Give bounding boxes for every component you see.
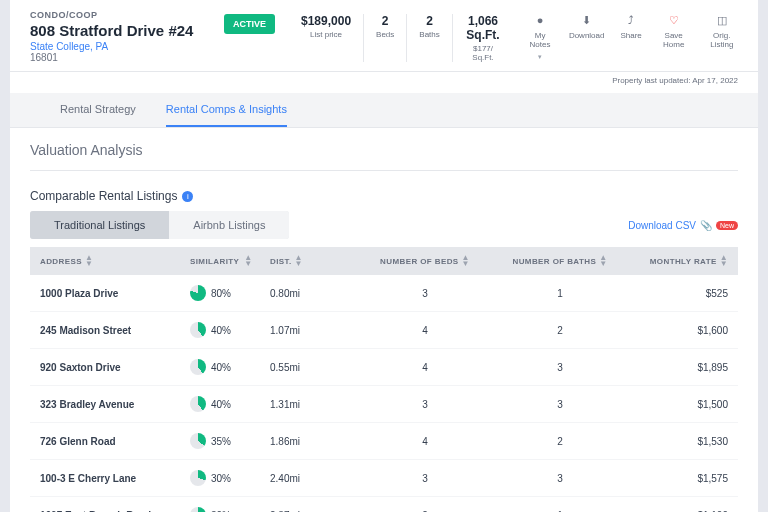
cell-address: 245 Madison Street (40, 325, 190, 336)
similarity-pie-icon (190, 507, 206, 512)
stat-sqft: 1,066 Sq.Ft. (465, 14, 501, 42)
my-notes-button[interactable]: ●My Notes▾ (527, 12, 553, 61)
cell-distance: 1.31mi (270, 399, 350, 410)
similarity-pie-icon (190, 433, 206, 449)
cell-address: 100-3 E Cherry Lane (40, 473, 190, 484)
col-address[interactable]: ADDRESS▲▼ (40, 255, 190, 267)
status-badge: ACTIVE (224, 14, 275, 34)
col-similarity[interactable]: SIMILARITY▲▼ (190, 255, 270, 267)
sort-icon: ▲▼ (720, 255, 728, 267)
cell-address: 920 Saxton Drive (40, 362, 190, 373)
save-home-button[interactable]: ♡Save Home (658, 12, 690, 61)
cell-beds: 4 (350, 362, 500, 373)
similarity-pie-icon (190, 470, 206, 486)
heart-icon: ♡ (666, 12, 682, 28)
table-row[interactable]: 245 Madison Street40%1.07mi42$1,600 (30, 312, 738, 349)
property-city[interactable]: State College, PA (30, 41, 210, 52)
cell-rate: $1,500 (628, 399, 728, 410)
sort-icon: ▲▼ (244, 255, 252, 267)
cell-distance: 1.07mi (270, 325, 350, 336)
property-stats: $189,000List price 2Beds 2Baths 1,066 Sq… (289, 14, 513, 62)
download-icon: ⬇ (579, 12, 595, 28)
col-rate[interactable]: MONTHLY RATE▲▼ (628, 255, 728, 267)
table-row[interactable]: 1000 Plaza Drive80%0.80mi31$525 (30, 275, 738, 312)
similarity-pie-icon (190, 396, 206, 412)
cell-beds: 3 (350, 473, 500, 484)
cell-address: 323 Bradley Avenue (40, 399, 190, 410)
similarity-pie-icon (190, 322, 206, 338)
subsection-title: Comparable Rental Listings (30, 189, 177, 203)
property-address: 808 Stratford Drive #24 (30, 22, 210, 39)
cell-similarity: 40% (190, 322, 270, 338)
col-distance[interactable]: DIST.▲▼ (270, 255, 350, 267)
stat-beds: 2 (376, 14, 394, 28)
comps-table: ADDRESS▲▼ SIMILARITY▲▼ DIST.▲▼ NUMBER OF… (30, 247, 738, 512)
stat-baths: 2 (419, 14, 439, 28)
cell-similarity: 30% (190, 507, 270, 512)
cell-rate: $525 (628, 288, 728, 299)
cell-baths: 2 (500, 436, 620, 447)
cell-distance: 0.55mi (270, 362, 350, 373)
table-row[interactable]: 100-3 E Cherry Lane30%2.40mi33$1,575 (30, 460, 738, 497)
cell-beds: 4 (350, 325, 500, 336)
cell-address: 726 Glenn Road (40, 436, 190, 447)
sort-icon: ▲▼ (295, 255, 303, 267)
listing-tabs: Traditional Listings Airbnb Listings (30, 211, 289, 239)
cell-distance: 1.86mi (270, 436, 350, 447)
property-zip: 16801 (30, 52, 210, 63)
cell-rate: $1,895 (628, 362, 728, 373)
cell-rate: $1,600 (628, 325, 728, 336)
table-row[interactable]: 1607 East Branch Road30%2.87mi21$1,100 (30, 497, 738, 512)
sort-icon: ▲▼ (599, 255, 607, 267)
table-row[interactable]: 920 Saxton Drive40%0.55mi43$1,895 (30, 349, 738, 386)
tab-rental-strategy[interactable]: Rental Strategy (60, 93, 136, 127)
cell-similarity: 30% (190, 470, 270, 486)
similarity-pie-icon (190, 285, 206, 301)
similarity-pie-icon (190, 359, 206, 375)
cell-similarity: 40% (190, 359, 270, 375)
orig-listing-button[interactable]: ◫Orig. Listing (706, 12, 738, 61)
cell-baths: 3 (500, 473, 620, 484)
main-tabs: Rental Strategy Rental Comps & Insights (10, 93, 758, 128)
new-badge: New (716, 221, 738, 230)
property-type: CONDO/COOP (30, 10, 210, 20)
table-row[interactable]: 323 Bradley Avenue40%1.31mi33$1,500 (30, 386, 738, 423)
cell-baths: 3 (500, 399, 620, 410)
cell-distance: 0.80mi (270, 288, 350, 299)
download-button[interactable]: ⬇Download (569, 12, 605, 61)
download-csv-button[interactable]: Download CSV 📎New (628, 220, 738, 231)
share-icon: ⤴ (623, 12, 639, 28)
note-icon: ● (532, 12, 548, 28)
sort-icon: ▲▼ (462, 255, 470, 267)
cell-distance: 2.40mi (270, 473, 350, 484)
cell-baths: 2 (500, 325, 620, 336)
col-beds[interactable]: NUMBER OF BEDS▲▼ (350, 255, 500, 267)
cell-baths: 1 (500, 288, 620, 299)
tab-airbnb[interactable]: Airbnb Listings (169, 211, 289, 239)
external-icon: ◫ (714, 12, 730, 28)
cell-beds: 4 (350, 436, 500, 447)
cell-similarity: 40% (190, 396, 270, 412)
info-icon[interactable]: i (182, 191, 193, 202)
cell-address: 1000 Plaza Drive (40, 288, 190, 299)
stat-price: $189,000 (301, 14, 351, 28)
cell-beds: 3 (350, 288, 500, 299)
section-title: Valuation Analysis (30, 142, 738, 171)
cell-beds: 3 (350, 399, 500, 410)
cell-rate: $1,575 (628, 473, 728, 484)
sort-icon: ▲▼ (85, 255, 93, 267)
col-baths[interactable]: NUMBER OF BATHS▲▼ (500, 255, 620, 267)
table-row[interactable]: 726 Glenn Road35%1.86mi42$1,530 (30, 423, 738, 460)
tab-rental-comps[interactable]: Rental Comps & Insights (166, 93, 287, 127)
cell-rate: $1,530 (628, 436, 728, 447)
property-header: CONDO/COOP 808 Stratford Drive #24 State… (10, 0, 758, 72)
cell-similarity: 35% (190, 433, 270, 449)
tab-traditional[interactable]: Traditional Listings (30, 211, 169, 239)
share-button[interactable]: ⤴Share (620, 12, 641, 61)
cell-baths: 3 (500, 362, 620, 373)
last-updated: Property last updated: Apr 17, 2022 (10, 72, 758, 93)
cell-similarity: 80% (190, 285, 270, 301)
